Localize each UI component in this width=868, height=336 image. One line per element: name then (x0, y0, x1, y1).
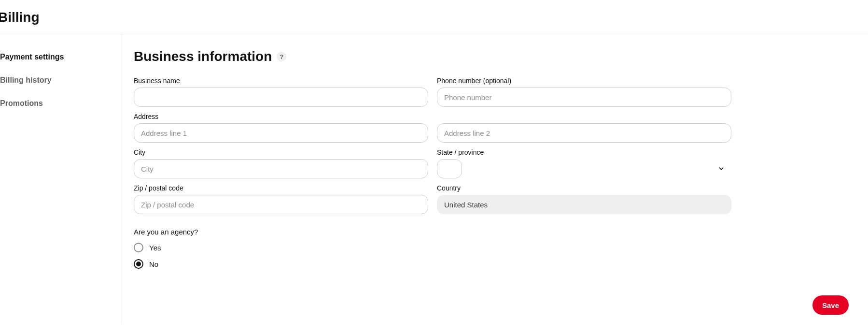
city-input[interactable] (134, 159, 428, 178)
save-button[interactable]: Save (812, 295, 849, 315)
business-name-input[interactable] (134, 88, 428, 107)
sidebar: Payment settings Billing history Promoti… (0, 34, 122, 324)
help-icon[interactable]: ? (277, 52, 286, 61)
section-title: Business information (134, 49, 272, 64)
state-select[interactable] (437, 159, 462, 178)
sidebar-item-promotions[interactable]: Promotions (0, 99, 122, 122)
radio-dot-icon (136, 262, 141, 266)
page-title: Billing (0, 0, 868, 34)
state-label: State / province (437, 148, 731, 156)
country-label: Country (437, 184, 731, 192)
phone-label: Phone number (optional) (437, 77, 731, 85)
business-name-label: Business name (134, 77, 428, 85)
address-line2-input[interactable] (437, 123, 731, 143)
agency-question: Are you an agency? (134, 228, 731, 236)
address-label: Address (134, 113, 428, 120)
radio-icon (134, 243, 143, 252)
chevron-down-icon (718, 165, 725, 172)
zip-input[interactable] (134, 195, 428, 214)
agency-radio-yes[interactable]: Yes (134, 243, 731, 252)
city-label: City (134, 148, 428, 156)
country-readonly: United States (437, 195, 731, 214)
zip-label: Zip / postal code (134, 184, 428, 192)
agency-radio-yes-label: Yes (149, 244, 161, 252)
agency-radio-no-label: No (149, 260, 158, 268)
agency-radio-no[interactable]: No (134, 259, 731, 269)
sidebar-item-payment-settings[interactable]: Payment settings (0, 53, 122, 76)
main-content: Business information ? Business name Pho… (122, 34, 868, 324)
sidebar-item-billing-history[interactable]: Billing history (0, 76, 122, 99)
address-line1-input[interactable] (134, 123, 428, 143)
radio-icon (134, 259, 143, 269)
phone-input[interactable] (437, 88, 731, 107)
